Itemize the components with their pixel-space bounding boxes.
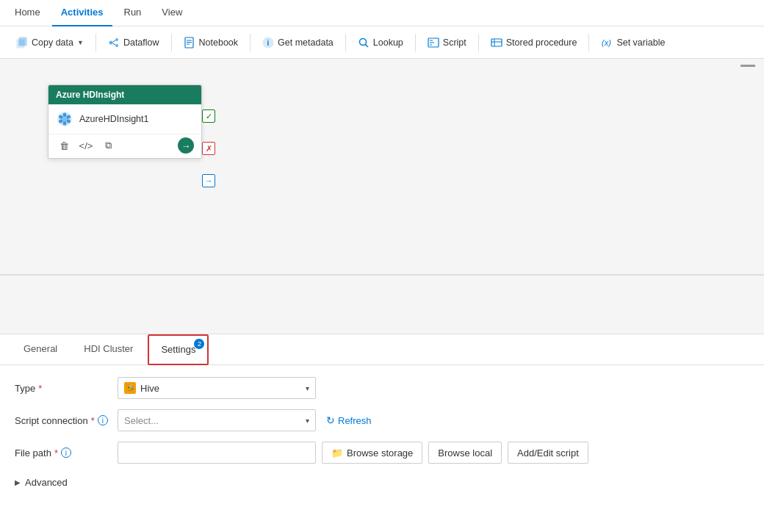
svg-point-2 xyxy=(109,40,112,44)
file-path-control: 📁 Browse storage Browse local Add/Edit s… xyxy=(118,442,749,464)
script-connection-required: * xyxy=(91,415,95,426)
svg-point-29 xyxy=(59,120,62,123)
tab-settings[interactable]: Settings 2 xyxy=(148,334,209,365)
toolbar-copy-data[interactable]: Copy data ▼ xyxy=(9,33,91,52)
svg-line-6 xyxy=(112,43,115,45)
dropdown-arrow-copy: ▼ xyxy=(77,39,84,46)
divider-2 xyxy=(171,34,172,51)
file-path-input[interactable] xyxy=(118,442,316,464)
advanced-chevron-icon: ▶ xyxy=(15,478,21,486)
toolbar-stored-procedure[interactable]: Stored procedure xyxy=(483,33,585,52)
connector-success[interactable]: ✓ xyxy=(202,109,215,123)
folder-icon: 📁 xyxy=(331,447,343,459)
script-connection-dropdown-inner: Select... xyxy=(124,415,159,426)
node-body: AzureHDInsight1 xyxy=(48,104,201,134)
divider-1 xyxy=(96,34,96,51)
connector-complete[interactable]: → xyxy=(202,174,215,187)
svg-point-25 xyxy=(63,113,67,117)
divider-5 xyxy=(415,34,416,51)
svg-line-5 xyxy=(112,40,115,42)
tab-general[interactable]: General xyxy=(12,334,69,365)
type-control: 🐝 Hive ▾ xyxy=(118,377,749,399)
svg-point-28 xyxy=(63,122,67,126)
browse-local-button[interactable]: Browse local xyxy=(428,442,502,464)
file-path-label: File path * i xyxy=(15,447,118,459)
toolbar-lookup[interactable]: Lookup xyxy=(350,33,411,52)
type-row: Type * 🐝 Hive ▾ xyxy=(15,377,749,399)
canvas-area: Azure HDInsight AzureHDInsight1 🗑 </> xyxy=(0,59,764,276)
refresh-button[interactable]: ↻ Refresh xyxy=(322,411,376,429)
toolbar-get-metadata[interactable]: i Get metadata xyxy=(255,33,341,52)
type-dropdown-arrow: ▾ xyxy=(306,384,309,392)
set-variable-icon: (x) xyxy=(601,37,613,48)
divider-6 xyxy=(478,34,479,51)
nav-run[interactable]: Run xyxy=(115,0,151,26)
type-dropdown[interactable]: 🐝 Hive ▾ xyxy=(118,377,316,399)
hdinsight-icon xyxy=(56,110,73,128)
svg-point-3 xyxy=(115,38,118,41)
code-btn[interactable]: </> xyxy=(78,137,94,154)
lookup-icon xyxy=(358,37,370,48)
tab-hdi-cluster[interactable]: HDI Cluster xyxy=(72,334,145,365)
divider-4 xyxy=(345,34,346,51)
copy-icon xyxy=(16,37,28,48)
type-required: * xyxy=(38,383,42,394)
divider-7 xyxy=(588,34,589,51)
node-actions: 🗑 </> ⧉ → xyxy=(48,134,201,158)
type-dropdown-inner: 🐝 Hive xyxy=(124,382,159,394)
delete-btn[interactable]: 🗑 xyxy=(56,137,72,154)
script-connection-row: Script connection * i Select... ▾ ↻ Refr… xyxy=(15,409,749,431)
file-path-row: File path * i 📁 Browse storage Browse lo… xyxy=(15,442,749,464)
panel-tabs: General HDI Cluster Settings 2 xyxy=(0,334,764,365)
collapse-bar[interactable] xyxy=(740,65,755,67)
bottom-panel: General HDI Cluster Settings 2 Type * 🐝 … xyxy=(0,334,764,532)
nav-bar: Home Activities Run View xyxy=(0,0,764,26)
svg-text:(x): (x) xyxy=(602,38,611,47)
script-connection-label: Script connection * i xyxy=(15,415,118,426)
file-path-required: * xyxy=(54,447,58,459)
node-connectors: ✓ ✗ → xyxy=(202,85,215,187)
divider-3 xyxy=(250,34,251,51)
svg-point-30 xyxy=(59,115,62,119)
connector-fail[interactable]: ✗ xyxy=(202,142,215,155)
toolbar-dataflow[interactable]: Dataflow xyxy=(101,33,167,52)
tab-settings-badge: 2 xyxy=(194,339,204,349)
script-connection-arrow: ▾ xyxy=(306,417,309,425)
activity-node: Azure HDInsight AzureHDInsight1 🗑 </> xyxy=(48,85,202,159)
copy-btn[interactable]: ⧉ xyxy=(100,137,116,154)
node-header: Azure HDInsight xyxy=(48,85,201,104)
nav-activities[interactable]: Activities xyxy=(52,0,112,26)
svg-rect-19 xyxy=(491,39,502,46)
dataflow-icon xyxy=(108,37,120,48)
svg-point-27 xyxy=(67,120,71,123)
svg-rect-1 xyxy=(19,37,26,46)
notebook-icon xyxy=(184,37,195,48)
nav-view[interactable]: View xyxy=(153,0,191,26)
stored-procedure-icon xyxy=(491,37,502,48)
toolbar-set-variable[interactable]: (x) Set variable xyxy=(594,33,672,52)
go-btn[interactable]: → xyxy=(178,137,194,154)
toolbar-notebook[interactable]: Notebook xyxy=(176,33,246,52)
add-edit-script-button[interactable]: Add/Edit script xyxy=(508,442,588,464)
svg-line-14 xyxy=(365,44,368,47)
type-label: Type * xyxy=(15,383,118,394)
file-path-info-icon[interactable]: i xyxy=(61,447,71,458)
svg-point-4 xyxy=(115,44,118,47)
script-connection-info-icon[interactable]: i xyxy=(98,415,108,425)
script-connection-control: Select... ▾ ↻ Refresh xyxy=(118,409,749,431)
toolbar-script[interactable]: Script xyxy=(420,33,474,52)
refresh-icon: ↻ xyxy=(326,414,335,426)
svg-text:i: i xyxy=(267,39,270,47)
hive-icon: 🐝 xyxy=(124,382,136,394)
browse-storage-button[interactable]: 📁 Browse storage xyxy=(322,442,422,464)
metadata-icon: i xyxy=(262,37,274,48)
nav-home[interactable]: Home xyxy=(6,0,49,26)
svg-point-13 xyxy=(359,38,366,45)
toolbar: Copy data ▼ Dataflow Notebook i Get meta… xyxy=(0,26,764,59)
panel-content: Type * 🐝 Hive ▾ Script connection * i xyxy=(0,365,764,503)
script-connection-dropdown[interactable]: Select... ▾ xyxy=(118,409,316,431)
svg-point-26 xyxy=(67,115,71,119)
advanced-row[interactable]: ▶ Advanced xyxy=(15,474,749,491)
node-label: AzureHDInsight1 xyxy=(79,114,149,124)
script-icon xyxy=(428,37,439,48)
